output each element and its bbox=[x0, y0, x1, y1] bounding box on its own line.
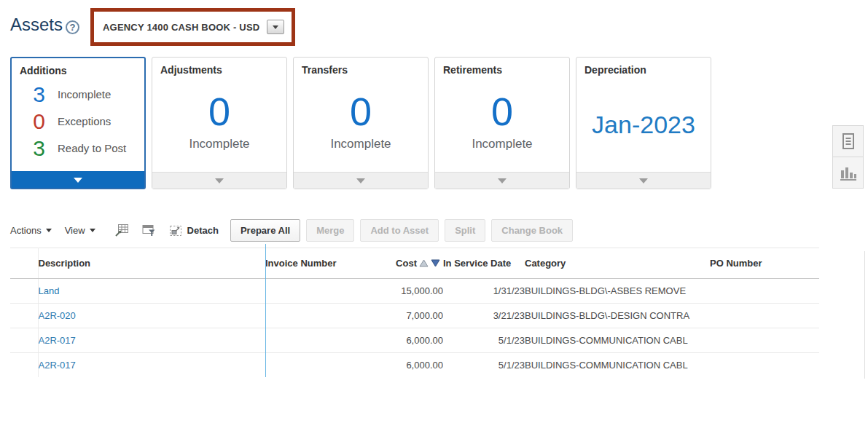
infotile-additions[interactable]: Additions 3 Incomplete 0 Exceptions 3 Re… bbox=[10, 57, 146, 189]
row-selector-cell[interactable] bbox=[10, 279, 38, 304]
column-header-description[interactable]: Description bbox=[38, 248, 265, 279]
bar-chart-icon bbox=[839, 164, 858, 181]
category-cell: BUILDINGS-BLDG\-ASBES REMOVE bbox=[525, 279, 710, 304]
row-selector-cell[interactable] bbox=[10, 304, 38, 328]
book-selector-dropdown-button[interactable] bbox=[267, 20, 284, 34]
asset-description-link[interactable]: A2R-020 bbox=[39, 310, 76, 321]
table-header-row: Description Invoice Number Cost bbox=[10, 248, 819, 279]
infotile-adjustments[interactable]: Adjustments 0 Incomplete bbox=[152, 57, 287, 189]
infotile-expander[interactable] bbox=[435, 172, 569, 189]
row-selector-cell[interactable] bbox=[10, 353, 38, 378]
infotile-bar: Additions 3 Incomplete 0 Exceptions 3 Re… bbox=[10, 57, 711, 189]
infotile-caption: Incomplete bbox=[189, 137, 249, 151]
infotile-transfers[interactable]: Transfers 0 Incomplete bbox=[293, 57, 429, 189]
annotation-highlight-box: AGENCY 1400 CASH BOOK - USD bbox=[90, 8, 295, 46]
export-to-excel-button[interactable] bbox=[114, 224, 129, 237]
sort-ascending-icon[interactable] bbox=[419, 259, 429, 267]
infotile-expander[interactable] bbox=[294, 172, 428, 189]
detach-button[interactable]: Detach bbox=[169, 224, 219, 237]
infotile-value: 0 bbox=[491, 92, 513, 131]
in-service-date-cell: 3/21/23 bbox=[443, 304, 525, 328]
book-selector[interactable]: AGENCY 1400 CASH BOOK - USD bbox=[94, 20, 284, 34]
table-toolbar: Actions View bbox=[10, 218, 579, 242]
po-number-cell bbox=[710, 328, 819, 353]
table-row: A2R-017 6,000.00 5/1/23 BUILDINGS-COMMUN… bbox=[10, 353, 819, 378]
infotile-value: 0 bbox=[208, 92, 230, 131]
column-header-cost[interactable]: Cost bbox=[376, 248, 443, 279]
infotile-value: 0 bbox=[350, 92, 372, 131]
infotile-caption: Incomplete bbox=[472, 137, 532, 151]
infotile-title: Retirements bbox=[435, 58, 569, 77]
chevron-down-icon bbox=[639, 178, 648, 183]
chevron-down-icon bbox=[46, 229, 52, 232]
view-switcher-panel bbox=[832, 125, 864, 189]
actions-menu[interactable]: Actions bbox=[10, 225, 52, 236]
po-number-cell bbox=[710, 353, 819, 378]
help-icon[interactable]: ? bbox=[66, 20, 79, 34]
in-service-date-cell: 1/31/23 bbox=[443, 279, 525, 304]
asset-description-link[interactable]: A2R-017 bbox=[39, 335, 76, 346]
category-cell: BUILDINGS-BLDG\-DESIGN CONTRA bbox=[525, 304, 710, 328]
chevron-down-icon bbox=[273, 25, 278, 29]
chevron-down-icon bbox=[74, 178, 82, 183]
additions-incomplete-stat[interactable]: 3 Incomplete bbox=[12, 81, 144, 108]
view-menu[interactable]: View bbox=[65, 225, 95, 236]
query-by-example-button[interactable] bbox=[142, 224, 156, 237]
infotile-expander[interactable] bbox=[576, 172, 711, 189]
in-service-date-cell: 5/1/23 bbox=[443, 328, 525, 353]
export-to-excel-icon bbox=[114, 224, 129, 237]
stat-value: 3 bbox=[12, 84, 45, 106]
cost-cell: 15,000.00 bbox=[376, 279, 443, 304]
column-header-po-number[interactable]: PO Number bbox=[710, 248, 819, 279]
list-view-button[interactable] bbox=[832, 125, 864, 157]
column-header-cost-label: Cost bbox=[396, 258, 417, 269]
cost-cell: 6,000.00 bbox=[376, 353, 443, 378]
infotile-title: Additions bbox=[12, 58, 144, 78]
sort-descending-icon[interactable] bbox=[431, 259, 440, 267]
page-title: Assets bbox=[10, 15, 63, 35]
chevron-down-icon bbox=[498, 178, 507, 183]
book-selector-value: AGENCY 1400 CASH BOOK - USD bbox=[103, 22, 259, 33]
table-row: Land 15,000.00 1/31/23 BUILDINGS-BLDG\-A… bbox=[10, 279, 819, 304]
view-menu-label: View bbox=[65, 225, 85, 236]
in-service-date-cell: 5/1/23 bbox=[443, 353, 525, 378]
cost-cell: 7,000.00 bbox=[376, 304, 443, 328]
column-header-invoice-number[interactable]: Invoice Number bbox=[265, 248, 376, 279]
infotile-expander[interactable] bbox=[152, 172, 286, 189]
invoice-number-cell bbox=[265, 279, 376, 304]
additions-ready-to-post-stat[interactable]: 3 Ready to Post bbox=[12, 135, 144, 162]
infotile-depreciation[interactable]: Depreciation Jan-2023 bbox=[576, 57, 711, 189]
additions-exceptions-stat[interactable]: 0 Exceptions bbox=[12, 108, 144, 135]
query-by-example-icon bbox=[142, 224, 156, 237]
invoice-number-cell bbox=[265, 328, 376, 353]
po-number-cell bbox=[710, 304, 819, 328]
chart-view-button[interactable] bbox=[832, 157, 864, 189]
prepare-all-button[interactable]: Prepare All bbox=[230, 219, 300, 242]
column-header-in-service-date[interactable]: In Service Date bbox=[443, 248, 525, 279]
infotile-expander[interactable] bbox=[12, 171, 144, 188]
assets-table: Description Invoice Number Cost bbox=[10, 248, 819, 377]
invoice-number-cell bbox=[265, 353, 376, 378]
detach-label: Detach bbox=[187, 225, 219, 236]
infotile-title: Depreciation bbox=[576, 58, 711, 77]
column-header-category[interactable]: Category bbox=[525, 248, 710, 279]
depreciation-period: Jan-2023 bbox=[592, 111, 695, 139]
frozen-column-divider bbox=[265, 244, 266, 377]
table-row: A2R-017 6,000.00 5/1/23 BUILDINGS-COMMUN… bbox=[10, 328, 819, 353]
infotile-retirements[interactable]: Retirements 0 Incomplete bbox=[434, 57, 570, 189]
infotile-caption: Incomplete bbox=[330, 137, 391, 151]
category-cell: BUILDINGS-COMMUNICATION CABL bbox=[525, 353, 710, 378]
asset-description-link[interactable]: Land bbox=[39, 285, 60, 296]
detach-icon bbox=[169, 224, 183, 237]
panel-divider bbox=[864, 251, 865, 379]
invoice-number-cell bbox=[265, 304, 376, 328]
stat-value: 0 bbox=[12, 111, 45, 133]
asset-description-link[interactable]: A2R-017 bbox=[39, 360, 76, 371]
actions-menu-label: Actions bbox=[10, 225, 42, 236]
assets-page: Assets ? AGENCY 1400 CASH BOOK - USD Add… bbox=[0, 0, 868, 423]
chevron-down-icon bbox=[356, 178, 365, 183]
po-number-cell bbox=[710, 279, 819, 304]
split-button: Split bbox=[445, 219, 485, 242]
row-selector-cell[interactable] bbox=[10, 328, 38, 353]
merge-button: Merge bbox=[306, 219, 354, 242]
